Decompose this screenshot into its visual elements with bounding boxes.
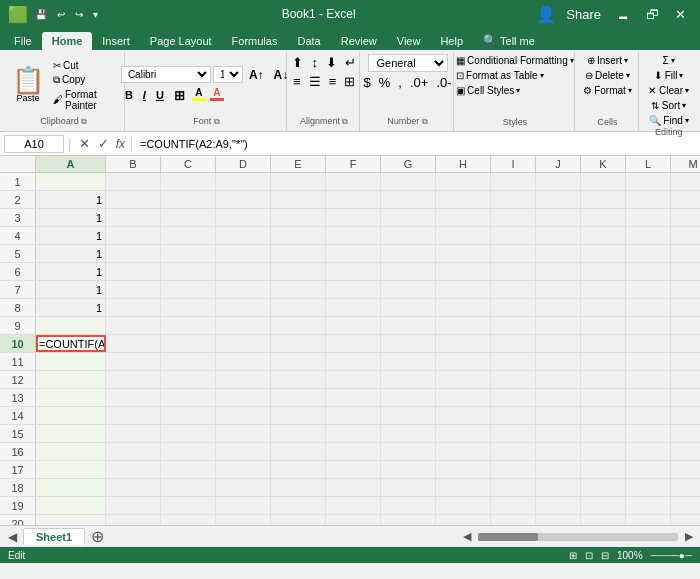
cell-E10[interactable] xyxy=(271,335,326,352)
cell-E6[interactable] xyxy=(271,263,326,280)
increase-font-button[interactable]: A↑ xyxy=(245,66,268,84)
cell-J6[interactable] xyxy=(536,263,581,280)
wrap-text-button[interactable]: ↵ xyxy=(342,54,359,71)
cell-I6[interactable] xyxy=(491,263,536,280)
align-left-button[interactable]: ≡ xyxy=(290,73,304,90)
cell-A12[interactable] xyxy=(36,371,106,388)
cell-B18[interactable] xyxy=(106,479,161,496)
cell-M5[interactable] xyxy=(671,245,700,262)
cell-L11[interactable] xyxy=(626,353,671,370)
cell-C5[interactable] xyxy=(161,245,216,262)
cell-B16[interactable] xyxy=(106,443,161,460)
cell-I18[interactable] xyxy=(491,479,536,496)
align-bottom-button[interactable]: ⬇ xyxy=(323,54,340,71)
cell-K11[interactable] xyxy=(581,353,626,370)
underline-button[interactable]: U xyxy=(152,87,168,103)
cell-E20[interactable] xyxy=(271,515,326,525)
cell-B9[interactable] xyxy=(106,317,161,334)
col-header-c[interactable]: C xyxy=(161,156,216,172)
cell-F10[interactable] xyxy=(326,335,381,352)
find-select-button[interactable]: 🔍 Find ▾ xyxy=(643,114,695,127)
cell-J4[interactable] xyxy=(536,227,581,244)
cell-I13[interactable] xyxy=(491,389,536,406)
cell-D10[interactable] xyxy=(216,335,271,352)
cell-D2[interactable] xyxy=(216,191,271,208)
cell-I8[interactable] xyxy=(491,299,536,316)
cell-M10[interactable] xyxy=(671,335,700,352)
horizontal-scrollbar-track[interactable] xyxy=(478,533,678,541)
qat-undo[interactable]: ↩ xyxy=(54,8,68,21)
fill-color-button[interactable]: A xyxy=(191,87,207,103)
cell-E4[interactable] xyxy=(271,227,326,244)
view-normal-button[interactable]: ⊞ xyxy=(569,550,577,561)
cell-J14[interactable] xyxy=(536,407,581,424)
cell-G13[interactable] xyxy=(381,389,436,406)
cell-J1[interactable] xyxy=(536,173,581,190)
cell-A15[interactable] xyxy=(36,425,106,442)
cell-D7[interactable] xyxy=(216,281,271,298)
cell-C13[interactable] xyxy=(161,389,216,406)
cell-L3[interactable] xyxy=(626,209,671,226)
cell-K6[interactable] xyxy=(581,263,626,280)
cell-M11[interactable] xyxy=(671,353,700,370)
cell-K8[interactable] xyxy=(581,299,626,316)
cell-B1[interactable] xyxy=(106,173,161,190)
italic-button[interactable]: I xyxy=(139,87,150,103)
copy-button[interactable]: ⧉Copy xyxy=(50,73,120,87)
cell-I11[interactable] xyxy=(491,353,536,370)
insert-cells-button[interactable]: ⊕ Insert ▾ xyxy=(581,54,634,67)
cell-I19[interactable] xyxy=(491,497,536,514)
cell-C15[interactable] xyxy=(161,425,216,442)
cell-C20[interactable] xyxy=(161,515,216,525)
cell-J2[interactable] xyxy=(536,191,581,208)
cell-C11[interactable] xyxy=(161,353,216,370)
cell-F17[interactable] xyxy=(326,461,381,478)
cell-G9[interactable] xyxy=(381,317,436,334)
cell-C16[interactable] xyxy=(161,443,216,460)
row-num-20[interactable]: 20 xyxy=(0,515,36,525)
tab-help[interactable]: Help xyxy=(430,32,473,50)
cell-L5[interactable] xyxy=(626,245,671,262)
cell-G11[interactable] xyxy=(381,353,436,370)
row-num-10[interactable]: 10 xyxy=(0,335,36,352)
cell-I5[interactable] xyxy=(491,245,536,262)
cell-H15[interactable] xyxy=(436,425,491,442)
col-header-k[interactable]: K xyxy=(581,156,626,172)
cell-M20[interactable] xyxy=(671,515,700,525)
cell-D6[interactable] xyxy=(216,263,271,280)
cell-L15[interactable] xyxy=(626,425,671,442)
cell-E3[interactable] xyxy=(271,209,326,226)
cell-A10[interactable]: =COUNTIF(A2:A9,"*") xyxy=(36,335,106,352)
align-top-button[interactable]: ⬆ xyxy=(289,54,306,71)
sheet-tab-1[interactable]: Sheet1 xyxy=(23,528,85,545)
cell-C10[interactable] xyxy=(161,335,216,352)
cell-E7[interactable] xyxy=(271,281,326,298)
row-num-1[interactable]: 1 xyxy=(0,173,36,190)
col-header-d[interactable]: D xyxy=(216,156,271,172)
cell-H10[interactable] xyxy=(436,335,491,352)
cell-E15[interactable] xyxy=(271,425,326,442)
cell-D18[interactable] xyxy=(216,479,271,496)
cell-M17[interactable] xyxy=(671,461,700,478)
cell-J18[interactable] xyxy=(536,479,581,496)
row-num-2[interactable]: 2 xyxy=(0,191,36,208)
cell-H20[interactable] xyxy=(436,515,491,525)
cell-K19[interactable] xyxy=(581,497,626,514)
cell-L19[interactable] xyxy=(626,497,671,514)
col-header-m[interactable]: M xyxy=(671,156,700,172)
currency-button[interactable]: $ xyxy=(361,74,374,91)
cell-B6[interactable] xyxy=(106,263,161,280)
cell-L13[interactable] xyxy=(626,389,671,406)
cell-D17[interactable] xyxy=(216,461,271,478)
cell-M15[interactable] xyxy=(671,425,700,442)
col-header-i[interactable]: I xyxy=(491,156,536,172)
cell-H5[interactable] xyxy=(436,245,491,262)
cell-A6[interactable]: 1 xyxy=(36,263,106,280)
cell-M6[interactable] xyxy=(671,263,700,280)
cell-B4[interactable] xyxy=(106,227,161,244)
cell-M8[interactable] xyxy=(671,299,700,316)
cell-A4[interactable]: 1 xyxy=(36,227,106,244)
cell-I12[interactable] xyxy=(491,371,536,388)
comma-button[interactable]: , xyxy=(395,74,405,91)
cell-B11[interactable] xyxy=(106,353,161,370)
